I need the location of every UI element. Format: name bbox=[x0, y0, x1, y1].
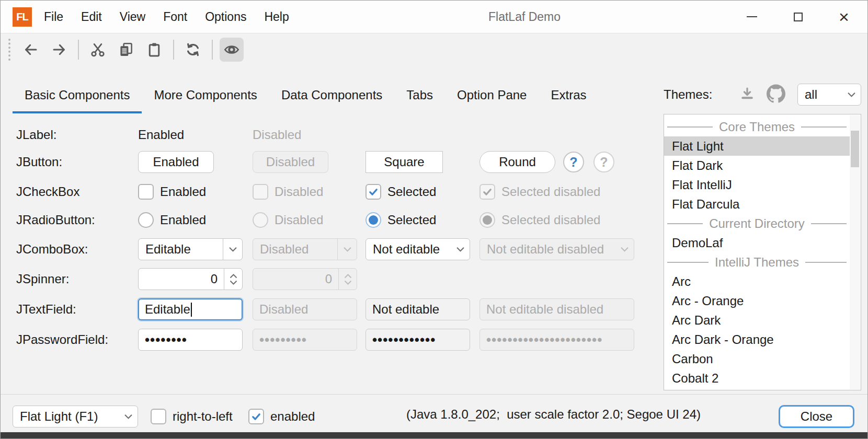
themes-scrollbar-thumb[interactable] bbox=[851, 131, 859, 167]
spinner-value: 0 bbox=[253, 269, 338, 290]
checkbox-disabled: Disabled bbox=[253, 184, 323, 200]
radio-disabled: Disabled bbox=[253, 212, 323, 228]
chevron-down-icon bbox=[344, 280, 352, 285]
disabled-button: Disabled bbox=[253, 151, 328, 173]
paste-button[interactable] bbox=[142, 38, 166, 62]
laf-selector-combobox[interactable]: Flat Light (F1) bbox=[13, 406, 138, 428]
toolbar-separator bbox=[212, 40, 213, 60]
checkbox-selected[interactable]: Selected bbox=[366, 184, 436, 200]
menu-options[interactable]: Options bbox=[196, 1, 255, 32]
theme-item-flat-dark[interactable]: Flat Dark bbox=[664, 156, 850, 175]
radio-enabled[interactable]: Enabled bbox=[138, 212, 206, 228]
download-themes-button[interactable] bbox=[739, 86, 755, 103]
refresh-icon bbox=[185, 42, 201, 57]
window-bottom-edge bbox=[1, 432, 867, 438]
close-window-button[interactable]: × bbox=[831, 4, 856, 29]
theme-item-arc-dark-orange[interactable]: Arc Dark - Orange bbox=[664, 330, 850, 349]
checkbox-icon bbox=[138, 184, 154, 200]
theme-item-flat-darcula[interactable]: Flat Darcula bbox=[664, 194, 850, 214]
menu-file[interactable]: File bbox=[35, 1, 72, 32]
menu-font[interactable]: Font bbox=[154, 1, 196, 32]
jradiobutton-row-label: JRadioButton: bbox=[16, 213, 138, 227]
tab-more-components[interactable]: More Components bbox=[142, 79, 269, 113]
enabled-button[interactable]: Enabled bbox=[138, 151, 214, 173]
theme-item-cobalt-2[interactable]: Cobalt 2 bbox=[664, 368, 850, 388]
tab-tabs[interactable]: Tabs bbox=[394, 79, 445, 113]
themes-list: Core Themes Flat Light Flat Dark Flat In… bbox=[664, 114, 861, 390]
theme-item-demolaf[interactable]: DemoLaf bbox=[664, 233, 850, 252]
themes-filter-combobox[interactable]: all bbox=[797, 84, 861, 106]
spinner-value[interactable]: 0 bbox=[139, 269, 224, 290]
menu-help[interactable]: Help bbox=[255, 1, 298, 32]
forward-arrow-icon bbox=[51, 42, 67, 57]
theme-item-flat-intellij[interactable]: Flat IntelliJ bbox=[664, 175, 850, 194]
enabled-label: enabled bbox=[270, 409, 315, 424]
passwordfield-not-editable[interactable]: •••••••••••• bbox=[366, 329, 470, 351]
enabled-checkbox[interactable]: enabled bbox=[248, 409, 315, 424]
chevron-up-icon bbox=[230, 274, 237, 279]
minimize-button[interactable] bbox=[739, 4, 764, 29]
checkbox-label: Enabled bbox=[160, 184, 206, 199]
tab-extras[interactable]: Extras bbox=[539, 79, 598, 113]
tab-basic-components[interactable]: Basic Components bbox=[13, 79, 142, 113]
theme-item-arc-dark[interactable]: Arc Dark bbox=[664, 310, 850, 330]
textfield-editable[interactable]: Editable bbox=[138, 298, 243, 320]
textfield-value: Not editable disabled bbox=[486, 302, 603, 317]
minimize-icon bbox=[747, 16, 757, 17]
textfield-disabled: Disabled bbox=[253, 298, 357, 320]
forward-button[interactable] bbox=[47, 38, 71, 62]
combobox-value[interactable]: Editable bbox=[139, 242, 223, 257]
themes-scrollbar[interactable] bbox=[850, 115, 860, 389]
window-controls: × bbox=[739, 1, 856, 33]
spinner-enabled[interactable]: 0 bbox=[138, 268, 243, 290]
round-button[interactable]: Round bbox=[479, 151, 555, 173]
combobox-not-editable[interactable]: Not editable bbox=[366, 238, 470, 260]
square-button[interactable]: Square bbox=[366, 151, 443, 173]
cut-button[interactable] bbox=[86, 38, 110, 62]
chevron-down-icon[interactable] bbox=[451, 239, 470, 260]
close-button[interactable]: Close bbox=[779, 405, 854, 428]
passwordfield-not-editable-disabled: •••••••••••••••••••••• bbox=[479, 329, 634, 351]
textfield-not-editable-disabled: Not editable disabled bbox=[479, 298, 634, 320]
radio-selected[interactable]: Selected bbox=[366, 212, 436, 228]
show-hidden-toggle-button[interactable] bbox=[220, 38, 244, 62]
chevron-down-icon[interactable] bbox=[223, 239, 242, 260]
flatlaf-demo-window: FL File Edit View Font Options Help Flat… bbox=[0, 0, 868, 439]
password-dots: •••••••• bbox=[145, 332, 187, 348]
theme-item-carbon[interactable]: Carbon bbox=[664, 349, 850, 368]
back-arrow-icon bbox=[23, 42, 39, 57]
tab-data-components[interactable]: Data Components bbox=[269, 79, 394, 113]
menu-view[interactable]: View bbox=[111, 1, 154, 32]
checkbox-enabled[interactable]: Enabled bbox=[138, 184, 206, 200]
close-icon: × bbox=[839, 8, 849, 26]
refresh-button[interactable] bbox=[181, 38, 205, 62]
textfield-not-editable[interactable]: Not editable bbox=[366, 298, 470, 320]
help-button[interactable]: ? bbox=[563, 152, 584, 172]
theme-group-separator: Core Themes bbox=[664, 117, 850, 136]
jcheckbox-row-label: JCheckBox bbox=[16, 184, 138, 199]
toolbar-separator bbox=[173, 40, 174, 60]
password-dots: ••••••••• bbox=[259, 332, 307, 348]
spinner-arrows[interactable] bbox=[224, 269, 242, 290]
theme-item-arc-orange[interactable]: Arc - Orange bbox=[664, 291, 850, 310]
menu-edit[interactable]: Edit bbox=[72, 1, 111, 32]
checkbox-label: Selected disabled bbox=[501, 184, 600, 199]
toolbar-grip[interactable] bbox=[8, 39, 10, 61]
window-title: FlatLaf Demo bbox=[488, 1, 561, 33]
jlabel-row: JLabel: Enabled Disabled bbox=[16, 120, 366, 149]
theme-item-cyan-light[interactable]: Cyan light bbox=[664, 388, 850, 390]
theme-item-arc[interactable]: Arc bbox=[664, 272, 850, 291]
passwordfield-editable[interactable]: •••••••• bbox=[138, 329, 243, 351]
checkbox-checked-icon bbox=[248, 409, 264, 424]
maximize-button[interactable] bbox=[785, 4, 810, 29]
combobox-editable[interactable]: Editable bbox=[138, 238, 243, 260]
copy-button[interactable] bbox=[114, 38, 138, 62]
back-button[interactable] bbox=[19, 38, 43, 62]
right-to-left-checkbox[interactable]: right-to-left bbox=[151, 409, 233, 424]
github-link-button[interactable] bbox=[767, 84, 785, 105]
jcombobox-row: JComboBox: Editable Disabled Not editabl… bbox=[16, 235, 636, 264]
checkbox-checked-icon bbox=[479, 184, 495, 200]
jbutton-row: JButton: Enabled Disabled Square Round ?… bbox=[16, 147, 636, 177]
theme-item-flat-light[interactable]: Flat Light bbox=[664, 136, 850, 156]
tab-option-pane[interactable]: Option Pane bbox=[445, 79, 539, 113]
